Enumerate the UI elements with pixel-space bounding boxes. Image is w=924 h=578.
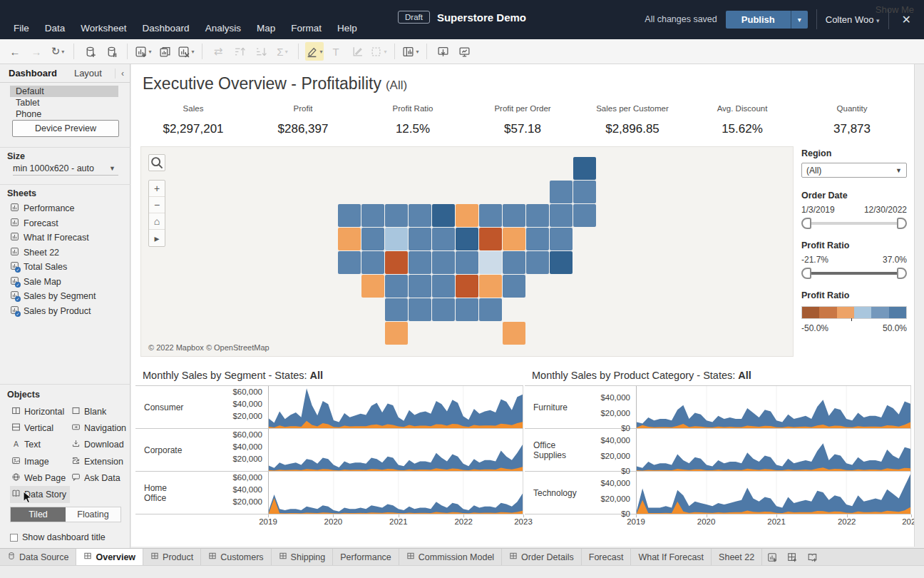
region-dropdown[interactable]: (All) ▼ xyxy=(801,163,907,178)
state-ut[interactable] xyxy=(361,251,384,274)
profit-ratio-color-legend[interactable] xyxy=(801,306,907,319)
sales-map[interactable]: + − ⌂ ▸ © 2022 Mapbox © OpenStreetMap xyxy=(140,146,794,357)
state-wa[interactable] xyxy=(338,204,361,227)
tab-dashboard[interactable]: Dashboard xyxy=(0,65,66,81)
scrollbar-track[interactable] xyxy=(914,64,924,547)
state-ks[interactable] xyxy=(409,275,431,298)
profit-ratio-slider-right-handle[interactable] xyxy=(897,268,907,279)
show-me-button[interactable]: Show Me xyxy=(871,4,914,15)
state-ia[interactable] xyxy=(432,228,455,250)
state-mt[interactable] xyxy=(385,204,408,227)
menu-help[interactable]: Help xyxy=(329,19,365,37)
back-icon[interactable]: ← xyxy=(6,42,24,61)
new-worksheet-icon[interactable]: ▾ xyxy=(134,42,153,61)
state-al[interactable] xyxy=(456,298,478,321)
state-nd[interactable] xyxy=(409,204,431,227)
device-default[interactable]: Default xyxy=(10,86,118,97)
sheet-tab-performance[interactable]: Performance xyxy=(333,549,399,565)
publish-button[interactable]: Publish xyxy=(726,11,791,29)
object-image[interactable]: Image xyxy=(10,453,70,470)
sheet-tab-commission-model[interactable]: Commission Model xyxy=(399,549,502,565)
sheet-tab-product[interactable]: Product xyxy=(143,549,201,565)
menu-map[interactable]: Map xyxy=(249,19,283,37)
state-ne[interactable] xyxy=(409,251,431,274)
profit-ratio-slider[interactable] xyxy=(801,268,907,279)
state-co[interactable] xyxy=(385,251,408,274)
sheet-item-sales-by-product[interactable]: ✓Sales by Product xyxy=(10,304,124,319)
sheet-item-total-sales[interactable]: ✓Total Sales xyxy=(10,260,124,275)
menu-file[interactable]: File xyxy=(6,19,37,37)
state-tn[interactable] xyxy=(456,275,478,298)
sheet-item-what-if-forecast[interactable]: What If Forecast xyxy=(10,230,124,245)
object-navigation[interactable]: Navigation xyxy=(70,420,127,436)
menu-worksheet[interactable]: Worksheet xyxy=(73,19,134,37)
device-phone[interactable]: Phone xyxy=(13,108,118,120)
sheet-tab-shipping[interactable]: Shipping xyxy=(272,549,334,565)
menu-analysis[interactable]: Analysis xyxy=(197,19,249,37)
presentation-mode-icon[interactable] xyxy=(455,42,473,61)
object-horizontal[interactable]: Horizontal xyxy=(10,403,70,420)
sheet-tab-data-source[interactable]: Data Source xyxy=(0,549,76,565)
tiled-toggle[interactable]: Tiled xyxy=(11,507,66,522)
state-id[interactable] xyxy=(361,204,384,227)
state-me[interactable] xyxy=(573,157,596,180)
sheet-tab-order-details[interactable]: Order Details xyxy=(502,549,582,565)
map-search-button[interactable] xyxy=(148,154,165,171)
profit-ratio-slider-left-handle[interactable] xyxy=(801,268,811,279)
state-ct[interactable] xyxy=(550,228,573,250)
user-menu[interactable]: Colten Woo ▾ xyxy=(826,14,880,25)
device-tablet[interactable]: Tablet xyxy=(13,97,118,108)
sheet-item-sheet-22[interactable]: Sheet 22 xyxy=(10,245,124,260)
state-sc[interactable] xyxy=(503,275,525,298)
state-or[interactable] xyxy=(338,228,361,250)
object-text[interactable]: AText xyxy=(10,437,70,453)
sheet-tab-overview[interactable]: Overview xyxy=(76,549,143,565)
state-nj[interactable] xyxy=(526,228,549,250)
state-pa[interactable] xyxy=(503,228,525,250)
object-vertical[interactable]: Vertical xyxy=(10,420,70,436)
sheet-item-sales-by-segment[interactable]: ✓Sales by Segment xyxy=(10,289,124,304)
area-plot[interactable] xyxy=(636,472,911,514)
duplicate-sheet-icon[interactable] xyxy=(155,42,174,61)
state-tx[interactable] xyxy=(385,322,408,345)
state-nc[interactable] xyxy=(479,275,502,298)
new-dashboard-tab-icon[interactable] xyxy=(782,549,802,565)
menu-data[interactable]: Data xyxy=(37,19,73,37)
state-mn[interactable] xyxy=(432,204,455,227)
state-wy[interactable] xyxy=(385,228,408,250)
object-blank[interactable]: Blank xyxy=(70,403,127,420)
new-story-tab-icon[interactable] xyxy=(802,549,822,565)
state-nm[interactable] xyxy=(385,275,408,298)
tab-layout[interactable]: Layout xyxy=(66,65,111,81)
clear-sheet-icon[interactable]: ▾ xyxy=(177,42,195,61)
state-il[interactable] xyxy=(456,204,478,227)
state-fl[interactable] xyxy=(503,322,525,345)
state-ny[interactable] xyxy=(526,204,549,227)
state-ky[interactable] xyxy=(456,251,478,274)
zoom-home-button[interactable]: ⌂ xyxy=(149,213,165,230)
state-mo[interactable] xyxy=(432,251,455,274)
state-va[interactable] xyxy=(503,251,525,274)
sheet-item-sale-map[interactable]: ✓Sale Map xyxy=(10,275,124,290)
state-ok[interactable] xyxy=(385,298,408,321)
device-preview-button[interactable]: Device Preview xyxy=(12,120,119,137)
collapse-pane-icon[interactable]: ‹ xyxy=(115,69,130,78)
refresh-icon[interactable]: ↻▾ xyxy=(48,42,67,61)
state-sd[interactable] xyxy=(409,228,431,250)
object-extension[interactable]: Extension xyxy=(70,453,127,470)
show-dashboard-title-row[interactable]: Show dashboard title xyxy=(10,532,106,542)
floating-toggle[interactable]: Floating xyxy=(66,507,120,522)
object-data-story[interactable]: Data Story xyxy=(10,486,70,502)
publish-caret-icon[interactable]: ▾ xyxy=(791,11,808,29)
new-worksheet-tab-icon[interactable] xyxy=(762,549,782,565)
state-nv[interactable] xyxy=(361,228,384,250)
area-plot[interactable] xyxy=(636,429,911,471)
zoom-out-button[interactable]: − xyxy=(149,197,165,213)
object-web-page[interactable]: Web Page xyxy=(10,470,70,486)
download-device-icon[interactable] xyxy=(433,42,452,61)
state-ma[interactable] xyxy=(573,204,596,227)
state-ri[interactable] xyxy=(550,204,573,227)
size-dropdown[interactable]: min 1000x620 - auto ▼ xyxy=(13,161,118,176)
area-plot[interactable] xyxy=(268,472,523,514)
sheet-item-forecast[interactable]: Forecast xyxy=(10,216,124,231)
